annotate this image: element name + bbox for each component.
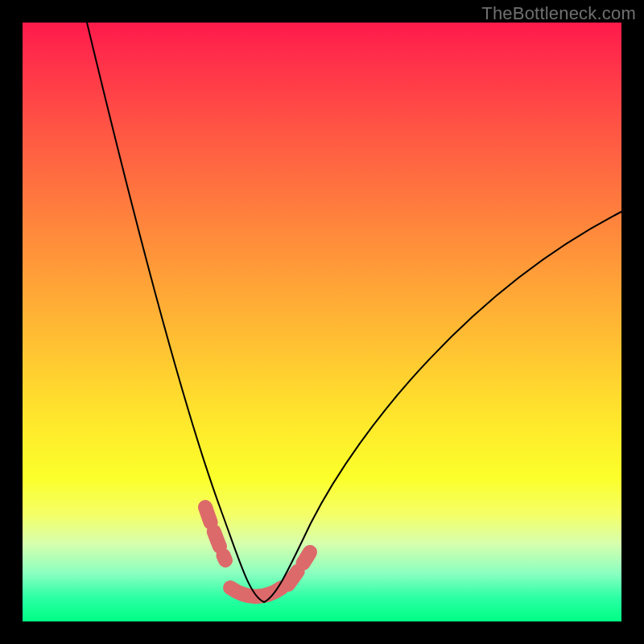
watermark-text: TheBottleneck.com xyxy=(481,3,636,24)
chart-plot-area xyxy=(23,23,621,621)
bottleneck-curve xyxy=(87,23,621,602)
optimal-region-beads-right xyxy=(288,552,310,584)
chart-svg xyxy=(23,23,621,621)
